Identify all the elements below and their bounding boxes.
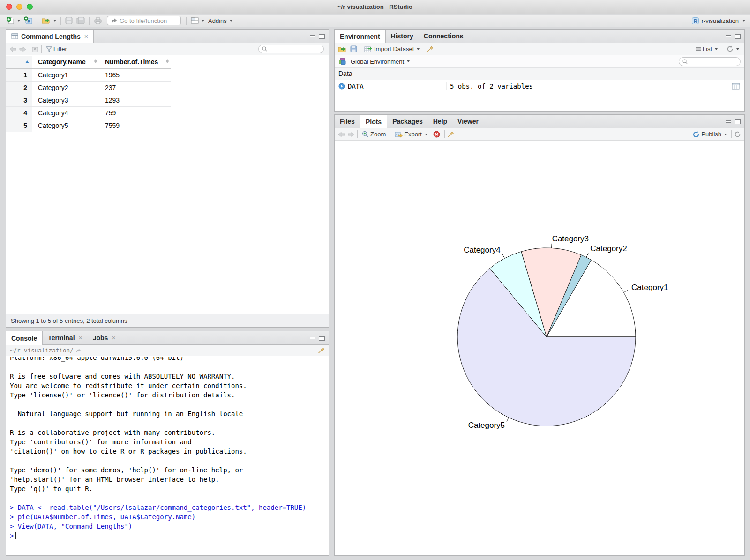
pie-label-tick: [586, 253, 588, 257]
addins-button[interactable]: Addins: [206, 16, 234, 25]
open-file-button[interactable]: [40, 16, 58, 25]
pane-layout-caret: [202, 20, 204, 22]
tab-environment[interactable]: Environment: [335, 30, 386, 43]
save-icon-disabled: [65, 17, 73, 24]
environment-scope-selector[interactable]: Global Environment: [349, 57, 412, 66]
popout-window-icon[interactable]: [31, 46, 39, 52]
minimize-pane-icon[interactable]: [726, 35, 731, 37]
console-line: [10, 400, 328, 409]
main-toolbar: R Addins R r-visualization: [0, 15, 750, 27]
forward-icon[interactable]: [19, 46, 26, 52]
environment-search-box[interactable]: [679, 57, 741, 66]
toolbar-separator: [29, 45, 29, 53]
svg-text:R: R: [693, 18, 697, 23]
import-dataset-button[interactable]: Import Dataset: [362, 45, 421, 53]
load-workspace-icon[interactable]: [338, 46, 347, 52]
data-table: Category.Name Number.of.Times 1 Category…: [6, 56, 171, 132]
minimize-pane-icon[interactable]: [726, 120, 731, 123]
pie-label: Category4: [464, 246, 500, 254]
console-input-line: > pie(DATA$Number.of.Times, DATA$Categor…: [10, 512, 328, 522]
new-file-button[interactable]: [5, 16, 22, 26]
environment-tabstrip: Environment History Connections: [335, 30, 744, 43]
text-cursor: [15, 532, 16, 539]
expand-object-icon[interactable]: [338, 83, 345, 90]
zoom-plot-button[interactable]: Zoom: [360, 130, 388, 139]
tab-terminal[interactable]: Terminal×: [43, 331, 88, 344]
publish-plot-button[interactable]: Publish: [690, 130, 729, 139]
environment-search-input[interactable]: [690, 58, 736, 65]
toolbar-separator: [444, 130, 445, 138]
minimize-pane-icon[interactable]: [310, 337, 315, 339]
table-row: 2 Category2 237: [6, 82, 171, 94]
pane-window-controls: [310, 331, 325, 345]
tab-command-lengths[interactable]: Command Lengths ×: [6, 30, 94, 43]
tab-plots[interactable]: Plots: [360, 115, 387, 128]
save-workspace-icon[interactable]: [350, 45, 357, 52]
column-header-number-of-times[interactable]: Number.of.Times: [99, 56, 171, 68]
refresh-environment-button[interactable]: [725, 45, 741, 53]
view-data-icon[interactable]: [732, 83, 740, 90]
next-plot-icon[interactable]: [347, 132, 355, 137]
toolbar-separator: [424, 45, 424, 53]
table-search-input[interactable]: [269, 46, 316, 52]
close-tab-icon[interactable]: ×: [79, 334, 82, 342]
maximize-pane-icon[interactable]: [735, 119, 741, 124]
filter-button[interactable]: Filter: [44, 45, 69, 53]
row-number-header[interactable]: [6, 56, 32, 68]
tab-files[interactable]: Files: [335, 115, 360, 128]
toolbar-separator: [37, 17, 38, 25]
table-status-text: Showing 1 to 5 of 5 entries, 2 total col…: [6, 314, 329, 327]
plots-toolbar: Zoom Export Publish: [335, 128, 744, 141]
tab-history[interactable]: History: [386, 30, 419, 43]
maximize-pane-icon[interactable]: [319, 34, 325, 39]
sort-arrows-icon: [166, 59, 169, 63]
goto-file-search[interactable]: [107, 16, 181, 25]
back-icon[interactable]: [9, 46, 17, 52]
refresh-plot-icon[interactable]: [734, 131, 741, 138]
tab-jobs[interactable]: Jobs×: [88, 331, 121, 344]
minimize-pane-icon[interactable]: [310, 35, 315, 37]
remove-plot-icon: [433, 131, 440, 138]
console-line: Type 'contributors()' for more informati…: [10, 437, 328, 447]
goto-file-input[interactable]: [120, 17, 175, 24]
console-output[interactable]: Platform: x86_64-apple-darwin15.6.0 (64-…: [7, 357, 328, 555]
list-view-caret: [715, 48, 718, 50]
tab-console[interactable]: Console: [6, 331, 43, 345]
maximize-pane-icon[interactable]: [319, 336, 325, 341]
console-prompt-line[interactable]: >: [10, 531, 328, 540]
data-viewer-tabstrip: Command Lengths ×: [6, 30, 329, 43]
close-tab-icon[interactable]: ×: [84, 33, 88, 40]
save-all-button[interactable]: [75, 16, 87, 25]
new-project-button[interactable]: R: [22, 15, 35, 26]
tab-viewer[interactable]: Viewer: [452, 115, 484, 128]
tab-connections[interactable]: Connections: [419, 30, 469, 43]
environment-object-row[interactable]: DATA 5 obs. of 2 variables: [335, 80, 744, 92]
pane-layout-icon: [191, 17, 199, 24]
list-view-button[interactable]: List: [693, 45, 720, 53]
data-viewer-pane: Command Lengths × Filter Category.Name: [6, 29, 329, 328]
pie-label: Category5: [468, 421, 505, 430]
pie-label-tick: [552, 244, 552, 248]
clear-environment-icon[interactable]: [427, 45, 434, 52]
toolbar-separator: [186, 17, 187, 25]
pane-layout-button[interactable]: [189, 16, 206, 25]
table-search-box[interactable]: [258, 45, 324, 53]
clear-all-plots-icon[interactable]: [447, 131, 454, 138]
save-button[interactable]: [63, 16, 75, 25]
export-plot-icon: [395, 131, 403, 138]
remove-plot-button[interactable]: [431, 130, 442, 139]
console-input-line: > DATA <- read.table("/Users/lsalazar/co…: [10, 503, 328, 512]
goto-directory-icon[interactable]: [75, 348, 82, 353]
clear-console-icon[interactable]: [318, 347, 325, 354]
publish-caret: [724, 134, 727, 135]
console-line: Platform: x86_64-apple-darwin15.6.0 (64-…: [10, 357, 328, 362]
print-button[interactable]: [92, 16, 104, 25]
export-plot-button[interactable]: Export: [393, 130, 429, 139]
project-selector[interactable]: R r-visualization: [691, 17, 745, 25]
previous-plot-icon[interactable]: [338, 132, 345, 137]
close-tab-icon[interactable]: ×: [112, 334, 115, 342]
column-header-category-name[interactable]: Category.Name: [32, 56, 99, 68]
tab-help[interactable]: Help: [428, 115, 452, 128]
tab-packages[interactable]: Packages: [387, 115, 428, 128]
maximize-pane-icon[interactable]: [735, 34, 741, 39]
